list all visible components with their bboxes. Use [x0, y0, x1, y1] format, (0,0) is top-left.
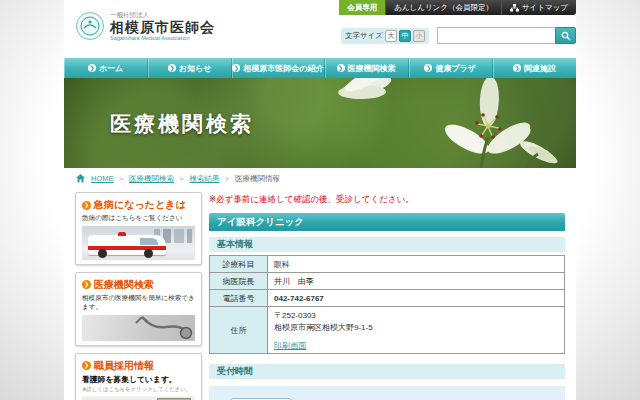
- font-size-control: 文字サイズ 大 中 小: [341, 28, 429, 44]
- sitemap-icon: [510, 4, 519, 12]
- breadcrumb: HOME ＞ 医療機関検索 ＞ 検索結果 ＞ 医療機関情報: [64, 168, 576, 189]
- sidebar-banner-recruit[interactable]: ❯ 職員採用情報 看護師を募集しています。 ※詳しくはこちらをクリックしてくださ…: [75, 353, 202, 400]
- banner-subtitle: 急病の際はこちらをご覧ください: [82, 214, 195, 223]
- phone-number: 042-742-6767: [268, 290, 565, 307]
- nav-item-about[interactable]: ❯相模原市医師会の紹介: [232, 58, 324, 78]
- sidebar: ❯ 急病になったときは 急病の際はこちらをご覧ください: [75, 192, 202, 400]
- banner-title: 急病になったときは: [94, 198, 186, 212]
- utility-bar: 会員専用 あんしんリンク（会員限定） サイトマップ: [339, 0, 576, 15]
- hero-banner: 医療機関検索: [64, 78, 576, 168]
- search-box: [437, 27, 576, 44]
- breadcrumb-search[interactable]: 医療機関検索: [129, 174, 174, 184]
- sidebar-banner-emergency[interactable]: ❯ 急病になったときは 急病の際はこちらをご覧ください: [75, 192, 202, 265]
- breadcrumb-home[interactable]: HOME: [91, 174, 114, 183]
- nav-arrow-icon: ❯: [232, 64, 240, 72]
- nav-item-health-plaza[interactable]: ❯健康プラザ: [409, 58, 493, 78]
- nav-item-search[interactable]: ❯医療機関検索: [325, 58, 409, 78]
- nav-label: お知らせ: [179, 63, 212, 74]
- nav-arrow-icon: ❯: [168, 64, 176, 72]
- ambulance-image: [82, 226, 195, 260]
- nav-label: 関連施設: [524, 63, 556, 74]
- row-value: 眼科: [268, 256, 565, 273]
- org-name-en: Sagamihara Medical Association: [110, 35, 215, 41]
- nav-arrow-icon: ❯: [337, 64, 345, 72]
- logo-text: 一般社団法人 相模原市医師会 Sagamihara Medical Associ…: [110, 11, 215, 41]
- breadcrumb-separator: ＞: [224, 174, 232, 184]
- row-label: 診療科目: [210, 256, 268, 273]
- stethoscope-image: [82, 315, 195, 341]
- sitemap-link[interactable]: サイトマップ: [501, 0, 576, 15]
- breadcrumb-current: 医療機関情報: [235, 174, 280, 184]
- row-label: 病医院長: [210, 273, 268, 290]
- search-icon: [561, 31, 571, 41]
- anshin-link[interactable]: あんしんリンク（会員限定）: [385, 0, 501, 15]
- breadcrumb-results[interactable]: 検索結果: [190, 174, 220, 184]
- basic-info-header: 基本情報: [209, 237, 565, 252]
- banner-title: 医療機関検索: [94, 278, 154, 292]
- search-button[interactable]: [555, 27, 576, 44]
- postal-code: 〒252-0303: [274, 310, 558, 322]
- table-row: 診療科目 眼科: [210, 256, 565, 273]
- site-header: 一般社団法人 相模原市医師会 Sagamihara Medical Associ…: [64, 0, 576, 58]
- hours-tab-panel: 受付時間: [209, 386, 565, 400]
- home-icon: [76, 174, 85, 183]
- nav-label: 医療機関検索: [348, 63, 396, 74]
- arrow-circle-icon: ❯: [82, 201, 91, 210]
- breadcrumb-separator: ＞: [178, 174, 186, 184]
- pre-visit-notice: ※必ず事前に連絡して確認の後、受診してください。: [209, 194, 565, 206]
- font-search-row: 文字サイズ 大 中 小: [341, 27, 576, 44]
- banner-title: 職員採用情報: [94, 359, 154, 373]
- nav-arrow-icon: ❯: [513, 64, 521, 72]
- arrow-circle-icon: ❯: [82, 280, 91, 289]
- sidebar-banner-search[interactable]: ❯ 医療機関検索 相模原市の医療機関を簡単に検索できます。: [75, 272, 202, 346]
- nav-item-home[interactable]: ❯ホーム: [64, 58, 148, 78]
- print-page-link[interactable]: 印刷画面: [274, 340, 306, 351]
- main-nav: ❯ホーム ❯お知らせ ❯相模原市医師会の紹介 ❯医療機関検索 ❯健康プラザ ❯関…: [64, 58, 576, 78]
- font-size-label: 文字サイズ: [345, 31, 383, 41]
- content-column: ※必ず事前に連絡して確認の後、受診してください。 アイ眼科クリニック 基本情報 …: [209, 192, 565, 400]
- table-row: 住所 〒252-0303 相模原市南区相模大野9-1-5 印刷画面: [210, 307, 565, 354]
- banner-note: ※詳しくはこちらをクリックしてください。: [82, 386, 195, 393]
- page: 一般社団法人 相模原市医師会 Sagamihara Medical Associ…: [64, 0, 576, 400]
- row-label: 電話番号: [210, 290, 268, 307]
- site-logo[interactable]: 一般社団法人 相模原市医師会 Sagamihara Medical Associ…: [76, 11, 215, 41]
- clinic-info-table: 診療科目 眼科 病医院長 井川 由季 電話番号 042-742-6767 住所: [209, 255, 565, 354]
- font-size-small-button[interactable]: 小: [413, 30, 425, 42]
- banner-subtitle: 相模原市の医療機関を簡単に検索できます。: [82, 294, 195, 312]
- building-image: [82, 396, 195, 400]
- hours-section-header: 受付時間: [209, 364, 565, 379]
- logo-emblem-icon: [76, 12, 104, 40]
- nav-arrow-icon: ❯: [424, 64, 432, 72]
- row-label: 住所: [210, 307, 268, 354]
- font-size-medium-button[interactable]: 中: [399, 30, 411, 42]
- nav-item-news[interactable]: ❯お知らせ: [148, 58, 232, 78]
- address-text: 相模原市南区相模大野9-1-5: [274, 322, 558, 334]
- members-only-button[interactable]: 会員専用: [339, 0, 385, 15]
- row-value: 井川 由季: [268, 273, 565, 290]
- breadcrumb-separator: ＞: [118, 174, 126, 184]
- arrow-circle-icon: ❯: [82, 361, 91, 370]
- main-area: ❯ 急病になったときは 急病の際はこちらをご覧ください: [64, 189, 576, 400]
- nav-label: 健康プラザ: [435, 63, 476, 74]
- org-name: 相模原市医師会: [110, 20, 215, 35]
- clinic-name-header: アイ眼科クリニック: [209, 213, 565, 231]
- search-input[interactable]: [437, 27, 555, 44]
- table-row: 病医院長 井川 由季: [210, 273, 565, 290]
- hero-title: 医療機関検索: [110, 110, 254, 138]
- nav-label: ホーム: [99, 63, 123, 74]
- sitemap-label: サイトマップ: [522, 3, 568, 13]
- nav-label: 相模原市医師会の紹介: [243, 63, 323, 74]
- table-row: 電話番号 042-742-6767: [210, 290, 565, 307]
- nav-item-related[interactable]: ❯関連施設: [493, 58, 576, 78]
- banner-subtitle: 看護師を募集しています。: [82, 375, 195, 386]
- lily-flowers-image: [276, 78, 576, 168]
- font-size-large-button[interactable]: 大: [385, 30, 397, 42]
- nav-arrow-icon: ❯: [88, 64, 96, 72]
